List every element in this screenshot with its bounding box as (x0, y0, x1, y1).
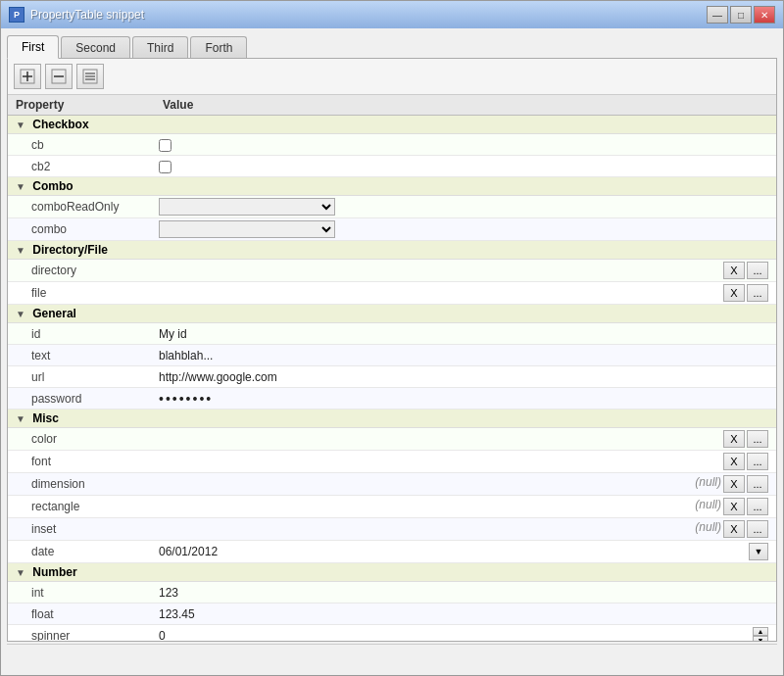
prop-value-comboreadonly (155, 196, 776, 218)
prop-name-comboreadonly: comboReadOnly (8, 196, 155, 218)
row-color: color X ... (8, 428, 776, 451)
rectangle-dot-button[interactable]: ... (747, 498, 768, 515)
prop-name-file: file (8, 282, 155, 305)
prop-name-font: font (8, 451, 155, 473)
toolbar-btn-list[interactable] (76, 64, 104, 89)
toolbar-btn-add[interactable] (14, 64, 41, 89)
font-dot-button[interactable]: ... (747, 453, 768, 470)
collapse-triangle: ▼ (16, 245, 25, 256)
row-comboreadonly: comboReadOnly (8, 196, 776, 218)
col-header-property: Property (8, 95, 155, 116)
prop-value-cb (155, 134, 776, 156)
inset-x-button[interactable]: X (723, 520, 745, 538)
row-url: url http://www.google.com (8, 366, 776, 388)
row-int: int 123 (8, 582, 776, 604)
font-x-button[interactable]: X (723, 453, 745, 470)
window-title: PropertyTable snippet (30, 8, 701, 22)
inset-dot-button[interactable]: ... (747, 520, 768, 538)
dimension-x-button[interactable]: X (723, 475, 745, 493)
toolbar-btn-remove[interactable] (45, 64, 73, 89)
directory-x-button[interactable]: X (723, 262, 745, 279)
directory-dot-button[interactable]: ... (747, 262, 768, 279)
prop-value-date: 06/01/2012 ▼ (155, 541, 776, 563)
row-rectangle: rectangle (null) X ... (8, 496, 776, 518)
section-label: General (32, 307, 76, 320)
collapse-triangle: ▼ (16, 309, 25, 319)
window-icon: P (9, 7, 24, 23)
section-general: ▼ General (8, 305, 776, 323)
collapse-triangle: ▼ (16, 120, 25, 130)
tab-first[interactable]: First (7, 35, 59, 59)
remove-icon (51, 69, 67, 84)
minimize-button[interactable]: — (707, 6, 728, 24)
prop-value-text: blahblah... (155, 345, 776, 366)
add-icon (20, 69, 35, 84)
row-date: date 06/01/2012 ▼ (8, 541, 776, 563)
prop-value-dimension: (null) X ... (155, 473, 776, 496)
color-x-button[interactable]: X (723, 430, 745, 448)
prop-value-password: •••••••• (155, 388, 776, 410)
spinner-down-button[interactable]: ▼ (753, 636, 768, 641)
row-font: font X ... (8, 451, 776, 473)
section-label: Directory/File (32, 243, 108, 257)
section-label: Number (32, 565, 76, 579)
prop-value-inset: (null) X ... (155, 518, 776, 541)
prop-name-inset: inset (8, 518, 155, 541)
tab-third[interactable]: Third (132, 36, 188, 59)
spinner-up-button[interactable]: ▲ (753, 627, 768, 636)
spinner-buttons: ▲ ▼ (753, 627, 768, 641)
section-checkbox: ▼ Checkbox (8, 116, 776, 134)
row-password: password •••••••• (8, 388, 776, 410)
close-button[interactable]: ✕ (754, 6, 775, 24)
prop-value-id: My id (155, 323, 776, 345)
row-float: float 123.45 (8, 604, 776, 625)
title-bar-buttons: — □ ✕ (707, 6, 775, 24)
combo-readonly-select[interactable] (159, 198, 335, 216)
prop-name-password: password (8, 388, 155, 410)
prop-value-spinner: 0 ▲ ▼ (155, 625, 776, 642)
prop-name-spinner: spinner (8, 625, 155, 642)
prop-name-dimension: dimension (8, 473, 155, 496)
section-label: Combo (32, 179, 73, 193)
tab-second[interactable]: Second (61, 36, 130, 59)
tab-forth[interactable]: Forth (190, 36, 247, 59)
rectangle-null: (null) (695, 498, 721, 515)
maximize-button[interactable]: □ (730, 6, 752, 24)
prop-value-file: X ... (155, 282, 776, 305)
dimension-null: (null) (695, 475, 721, 493)
checkbox-cb2[interactable] (159, 161, 172, 173)
section-label: Misc (32, 411, 59, 425)
prop-value-font: X ... (155, 451, 776, 473)
section-number: ▼ Number (8, 563, 776, 582)
color-dot-button[interactable]: ... (747, 430, 768, 448)
spinner-value: 0 (159, 629, 166, 641)
row-text: text blahblah... (8, 345, 776, 366)
prop-value-combo (155, 218, 776, 241)
collapse-triangle: ▼ (16, 181, 25, 192)
row-directory: directory X ... (8, 260, 776, 282)
prop-name-id: id (8, 323, 155, 345)
row-dimension: dimension (null) X ... (8, 473, 776, 496)
status-bar (7, 644, 777, 669)
prop-name-cb2: cb2 (8, 156, 155, 177)
date-dropdown-button[interactable]: ▼ (749, 543, 768, 560)
property-table-wrapper: Property Value ▼ Checkbox (8, 95, 776, 641)
collapse-triangle: ▼ (16, 567, 25, 578)
prop-name-int: int (8, 582, 155, 604)
window-content: First Second Third Forth (1, 28, 783, 675)
file-x-button[interactable]: X (723, 284, 745, 302)
title-bar: P PropertyTable snippet — □ ✕ (1, 1, 783, 28)
prop-value-rectangle: (null) X ... (155, 496, 776, 518)
row-combo: combo (8, 218, 776, 241)
row-cb: cb (8, 134, 776, 156)
prop-name-float: float (8, 604, 155, 625)
checkbox-cb[interactable] (159, 139, 172, 152)
rectangle-x-button[interactable]: X (723, 498, 745, 515)
collapse-triangle: ▼ (16, 413, 25, 424)
dimension-dot-button[interactable]: ... (747, 475, 768, 493)
tab-bar: First Second Third Forth (7, 34, 777, 58)
row-inset: inset (null) X ... (8, 518, 776, 541)
combo-select[interactable] (159, 220, 335, 238)
col-header-value: Value (155, 95, 776, 116)
file-dot-button[interactable]: ... (747, 284, 768, 302)
